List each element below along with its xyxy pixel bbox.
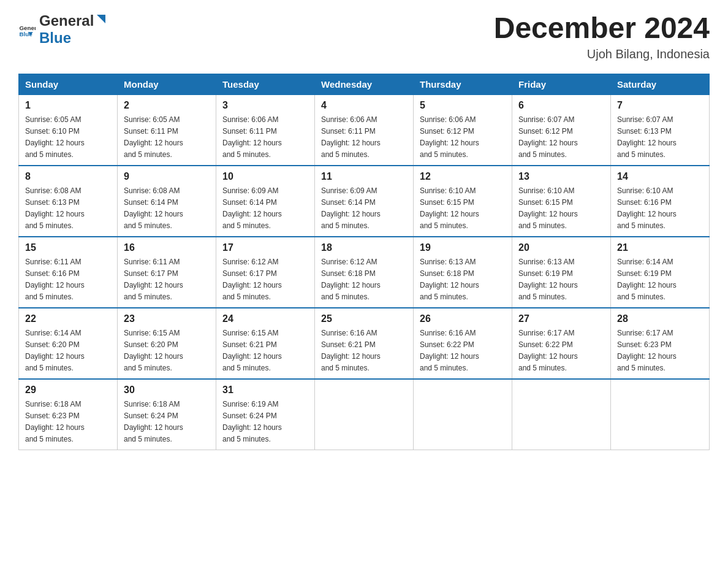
table-row: 4 Sunrise: 6:06 AMSunset: 6:11 PMDayligh… <box>315 94 414 166</box>
table-row <box>512 379 611 450</box>
month-title: December 2024 <box>494 12 710 45</box>
table-row: 14 Sunrise: 6:10 AMSunset: 6:16 PMDaylig… <box>611 166 710 237</box>
day-info: Sunrise: 6:09 AMSunset: 6:14 PMDaylight:… <box>222 186 282 230</box>
day-info: Sunrise: 6:13 AMSunset: 6:19 PMDaylight:… <box>518 258 578 301</box>
day-info: Sunrise: 6:05 AMSunset: 6:10 PMDaylight:… <box>25 115 85 159</box>
day-info: Sunrise: 6:07 AMSunset: 6:12 PMDaylight:… <box>518 115 578 159</box>
page-header: General Blue General Blue December 2024 … <box>18 12 710 61</box>
day-number: 18 <box>321 242 407 253</box>
day-info: Sunrise: 6:18 AMSunset: 6:24 PMDaylight:… <box>124 400 183 443</box>
table-row: 5 Sunrise: 6:06 AMSunset: 6:12 PMDayligh… <box>414 94 512 166</box>
calendar-header-row: Sunday Monday Tuesday Wednesday Thursday… <box>19 74 710 94</box>
day-number: 12 <box>420 171 506 182</box>
day-number: 27 <box>518 313 604 324</box>
table-row: 15 Sunrise: 6:11 AMSunset: 6:16 PMDaylig… <box>19 237 118 308</box>
day-info: Sunrise: 6:11 AMSunset: 6:17 PMDaylight:… <box>124 258 183 301</box>
day-number: 9 <box>124 171 210 182</box>
day-info: Sunrise: 6:18 AMSunset: 6:23 PMDaylight:… <box>25 400 85 443</box>
logo: General Blue General Blue <box>18 12 108 47</box>
day-number: 4 <box>321 100 407 111</box>
col-friday: Friday <box>512 74 611 94</box>
table-row: 10 Sunrise: 6:09 AMSunset: 6:14 PMDaylig… <box>216 166 315 237</box>
logo-icon: General Blue <box>18 21 36 38</box>
table-row: 1 Sunrise: 6:05 AMSunset: 6:10 PMDayligh… <box>19 94 118 166</box>
col-wednesday: Wednesday <box>315 74 414 94</box>
day-number: 10 <box>222 171 308 182</box>
col-monday: Monday <box>118 74 216 94</box>
day-number: 7 <box>617 100 703 111</box>
day-info: Sunrise: 6:11 AMSunset: 6:16 PMDaylight:… <box>25 258 85 301</box>
logo-blue-text: Blue <box>39 29 71 46</box>
day-number: 14 <box>617 171 703 182</box>
day-info: Sunrise: 6:06 AMSunset: 6:11 PMDaylight:… <box>321 115 381 159</box>
col-tuesday: Tuesday <box>216 74 315 94</box>
day-number: 22 <box>25 313 111 324</box>
day-info: Sunrise: 6:06 AMSunset: 6:11 PMDaylight:… <box>222 115 282 159</box>
day-number: 25 <box>321 313 407 324</box>
table-row: 22 Sunrise: 6:14 AMSunset: 6:20 PMDaylig… <box>19 308 118 379</box>
day-number: 20 <box>518 242 604 253</box>
day-number: 11 <box>321 171 407 182</box>
table-row: 18 Sunrise: 6:12 AMSunset: 6:18 PMDaylig… <box>315 237 414 308</box>
table-row: 12 Sunrise: 6:10 AMSunset: 6:15 PMDaylig… <box>414 166 512 237</box>
day-info: Sunrise: 6:12 AMSunset: 6:17 PMDaylight:… <box>222 258 282 301</box>
day-number: 24 <box>222 313 308 324</box>
day-info: Sunrise: 6:10 AMSunset: 6:15 PMDaylight:… <box>518 186 578 230</box>
day-info: Sunrise: 6:07 AMSunset: 6:13 PMDaylight:… <box>617 115 677 159</box>
table-row: 8 Sunrise: 6:08 AMSunset: 6:13 PMDayligh… <box>19 166 118 237</box>
day-number: 19 <box>420 242 506 253</box>
day-info: Sunrise: 6:10 AMSunset: 6:16 PMDaylight:… <box>617 186 677 230</box>
day-info: Sunrise: 6:09 AMSunset: 6:14 PMDaylight:… <box>321 186 381 230</box>
table-row: 16 Sunrise: 6:11 AMSunset: 6:17 PMDaylig… <box>118 237 216 308</box>
day-number: 5 <box>420 100 506 111</box>
table-row: 31 Sunrise: 6:19 AMSunset: 6:24 PMDaylig… <box>216 379 315 450</box>
day-number: 26 <box>420 313 506 324</box>
calendar-week-row: 15 Sunrise: 6:11 AMSunset: 6:16 PMDaylig… <box>19 237 710 308</box>
day-number: 2 <box>124 100 210 111</box>
table-row <box>414 379 512 450</box>
day-info: Sunrise: 6:15 AMSunset: 6:20 PMDaylight:… <box>124 329 183 372</box>
logo-general-text: General <box>39 12 94 29</box>
day-number: 6 <box>518 100 604 111</box>
table-row: 17 Sunrise: 6:12 AMSunset: 6:17 PMDaylig… <box>216 237 315 308</box>
day-info: Sunrise: 6:14 AMSunset: 6:20 PMDaylight:… <box>25 329 85 372</box>
table-row: 24 Sunrise: 6:15 AMSunset: 6:21 PMDaylig… <box>216 308 315 379</box>
table-row <box>611 379 710 450</box>
table-row: 30 Sunrise: 6:18 AMSunset: 6:24 PMDaylig… <box>118 379 216 450</box>
day-number: 8 <box>25 171 111 182</box>
table-row: 20 Sunrise: 6:13 AMSunset: 6:19 PMDaylig… <box>512 237 611 308</box>
table-row: 11 Sunrise: 6:09 AMSunset: 6:14 PMDaylig… <box>315 166 414 237</box>
day-number: 23 <box>124 313 210 324</box>
table-row: 2 Sunrise: 6:05 AMSunset: 6:11 PMDayligh… <box>118 94 216 166</box>
calendar-week-row: 29 Sunrise: 6:18 AMSunset: 6:23 PMDaylig… <box>19 379 710 450</box>
day-info: Sunrise: 6:10 AMSunset: 6:15 PMDaylight:… <box>420 186 479 230</box>
day-info: Sunrise: 6:13 AMSunset: 6:18 PMDaylight:… <box>420 258 479 301</box>
day-info: Sunrise: 6:05 AMSunset: 6:11 PMDaylight:… <box>124 115 183 159</box>
table-row: 6 Sunrise: 6:07 AMSunset: 6:12 PMDayligh… <box>512 94 611 166</box>
day-info: Sunrise: 6:16 AMSunset: 6:22 PMDaylight:… <box>420 329 479 372</box>
day-info: Sunrise: 6:15 AMSunset: 6:21 PMDaylight:… <box>222 329 282 372</box>
col-saturday: Saturday <box>611 74 710 94</box>
day-info: Sunrise: 6:16 AMSunset: 6:21 PMDaylight:… <box>321 329 381 372</box>
day-number: 1 <box>25 100 111 111</box>
day-number: 31 <box>222 385 308 396</box>
day-number: 3 <box>222 100 308 111</box>
table-row: 23 Sunrise: 6:15 AMSunset: 6:20 PMDaylig… <box>118 308 216 379</box>
calendar-table: Sunday Monday Tuesday Wednesday Thursday… <box>18 74 710 450</box>
col-thursday: Thursday <box>414 74 512 94</box>
calendar-week-row: 22 Sunrise: 6:14 AMSunset: 6:20 PMDaylig… <box>19 308 710 379</box>
svg-text:Blue: Blue <box>19 31 32 37</box>
day-number: 21 <box>617 242 703 253</box>
table-row: 29 Sunrise: 6:18 AMSunset: 6:23 PMDaylig… <box>19 379 118 450</box>
table-row: 7 Sunrise: 6:07 AMSunset: 6:13 PMDayligh… <box>611 94 710 166</box>
table-row: 26 Sunrise: 6:16 AMSunset: 6:22 PMDaylig… <box>414 308 512 379</box>
table-row: 28 Sunrise: 6:17 AMSunset: 6:23 PMDaylig… <box>611 308 710 379</box>
calendar-week-row: 8 Sunrise: 6:08 AMSunset: 6:13 PMDayligh… <box>19 166 710 237</box>
day-number: 28 <box>617 313 703 324</box>
day-number: 15 <box>25 242 111 253</box>
location: Ujoh Bilang, Indonesia <box>494 47 710 61</box>
table-row <box>315 379 414 450</box>
day-info: Sunrise: 6:08 AMSunset: 6:13 PMDaylight:… <box>25 186 85 230</box>
table-row: 19 Sunrise: 6:13 AMSunset: 6:18 PMDaylig… <box>414 237 512 308</box>
title-area: December 2024 Ujoh Bilang, Indonesia <box>494 12 710 61</box>
